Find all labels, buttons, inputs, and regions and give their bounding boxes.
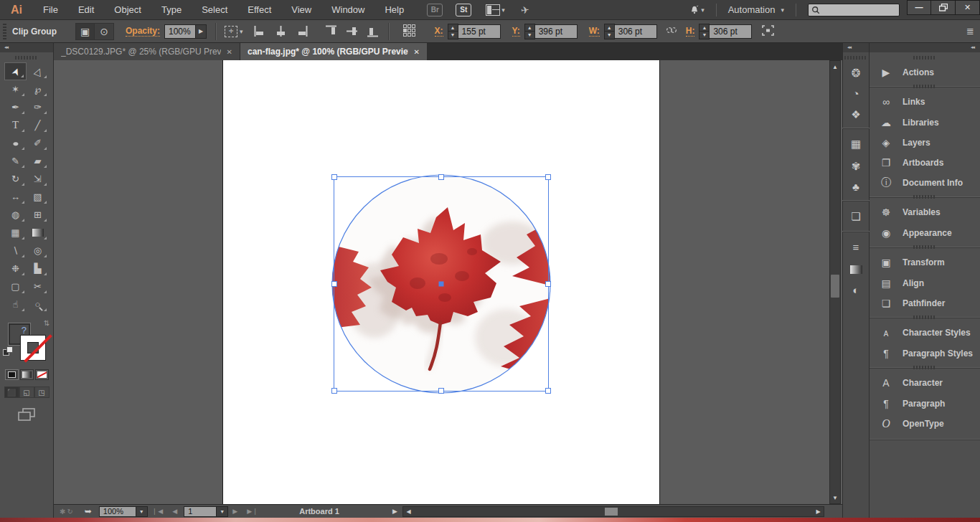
- align-bottom-button[interactable]: [366, 25, 380, 37]
- panel-links[interactable]: ∞ Links: [870, 87, 980, 113]
- search-input[interactable]: [823, 6, 895, 14]
- panel-paragraph[interactable]: ¶ Paragraph: [870, 394, 980, 414]
- color-button[interactable]: [5, 369, 19, 380]
- vertical-scrollbar[interactable]: ▲ ▼: [829, 60, 841, 504]
- selection-center-point[interactable]: [439, 282, 444, 287]
- pencil-tool[interactable]: ✎: [4, 152, 27, 170]
- free-transform-tool[interactable]: ▧: [27, 188, 49, 206]
- hand-tool[interactable]: ☝: [4, 295, 27, 313]
- slice-tool[interactable]: ✂: [27, 277, 49, 295]
- export-icon[interactable]: ➥: [85, 506, 92, 516]
- opacity-label[interactable]: Opacity:: [126, 26, 160, 37]
- edit-contents-button[interactable]: ⊙: [95, 23, 114, 40]
- stroke-swatch[interactable]: [20, 335, 46, 361]
- panel-appearance[interactable]: ◉ Appearance: [870, 223, 980, 243]
- notifications-button[interactable]: ▾: [682, 5, 712, 15]
- menu-select[interactable]: Select: [192, 0, 237, 19]
- control-panel-menu-icon[interactable]: ≣: [966, 26, 974, 37]
- height-stepper[interactable]: ▲▼: [699, 24, 710, 39]
- y-input[interactable]: 396 pt: [534, 24, 578, 39]
- pen-tool[interactable]: ✒: [4, 98, 27, 116]
- mesh-tool[interactable]: ▦: [4, 224, 27, 242]
- column-graph-tool[interactable]: ▙: [27, 260, 49, 277]
- selection-tool[interactable]: ➤: [4, 62, 27, 80]
- curvature-tool[interactable]: ✑: [27, 98, 49, 116]
- align-top-button[interactable]: [324, 25, 338, 37]
- gradient-panel-icon[interactable]: [842, 259, 870, 280]
- strip-collapse-button[interactable]: ◂◂: [843, 43, 869, 52]
- first-artboard-button[interactable]: ❘◀: [152, 508, 164, 515]
- minimize-button[interactable]: —: [907, 0, 931, 15]
- transparency-panel-icon[interactable]: ◐: [842, 280, 870, 300]
- stroke-panel-icon[interactable]: ≡: [842, 232, 870, 259]
- align-right-button[interactable]: [295, 25, 308, 37]
- swatches-panel-icon[interactable]: ▦: [842, 128, 870, 156]
- height-input[interactable]: 306 pt: [709, 24, 752, 39]
- horizontal-scrollbar[interactable]: ◀ ▶: [402, 506, 824, 517]
- y-label[interactable]: Y:: [512, 26, 520, 37]
- menu-type[interactable]: Type: [151, 0, 192, 19]
- zoom-level-field[interactable]: 100%: [99, 506, 136, 517]
- menu-file[interactable]: File: [33, 0, 68, 19]
- width-label[interactable]: W:: [589, 26, 600, 37]
- width-stepper[interactable]: ▲▼: [604, 24, 615, 39]
- panel-grip[interactable]: [844, 56, 867, 60]
- scroll-left-icon[interactable]: ◀: [404, 507, 413, 516]
- tools-collapse-button[interactable]: ◂◂: [0, 43, 53, 52]
- asset-export-panel-icon[interactable]: ❏: [842, 201, 870, 228]
- scroll-up-icon[interactable]: ▲: [830, 62, 840, 72]
- direct-selection-tool[interactable]: ▷: [27, 62, 49, 80]
- paintbrush-tool[interactable]: ✐: [27, 134, 49, 152]
- panel-character[interactable]: A Character: [870, 368, 980, 394]
- artboard-number-field[interactable]: 1: [184, 506, 217, 517]
- dock-collapse-button[interactable]: ◂◂: [870, 43, 980, 52]
- menu-object[interactable]: Object: [104, 0, 151, 19]
- magic-wand-tool[interactable]: ✶: [4, 80, 27, 98]
- gradient-tool[interactable]: [27, 224, 49, 242]
- arrange-documents-button[interactable]: ▾: [486, 4, 505, 16]
- panel-layers[interactable]: ◈ Layers: [870, 133, 980, 153]
- color-guide-panel-icon[interactable]: ◔: [842, 83, 870, 104]
- menu-view[interactable]: View: [281, 0, 321, 19]
- constrain-proportions-icon[interactable]: [666, 26, 677, 37]
- panel-document-info[interactable]: ⓘ Document Info: [870, 173, 980, 193]
- line-segment-tool[interactable]: ╱: [27, 116, 49, 134]
- none-button[interactable]: [35, 369, 49, 380]
- scroll-right-icon[interactable]: ▶: [814, 507, 823, 516]
- opacity-dropdown-button[interactable]: ▶: [196, 24, 207, 39]
- color-panel-icon[interactable]: ❂: [842, 62, 870, 83]
- lasso-tool[interactable]: ℘: [27, 80, 49, 98]
- panel-grip[interactable]: [3, 24, 6, 39]
- align-vertical-center-button[interactable]: [345, 25, 359, 37]
- height-label[interactable]: H:: [686, 26, 695, 37]
- next-artboard-button[interactable]: ▶: [232, 508, 238, 515]
- horizontal-scroll-thumb[interactable]: [605, 508, 618, 516]
- select-similar-button[interactable]: ✛ ▾: [225, 26, 243, 37]
- y-stepper[interactable]: ▲▼: [524, 24, 535, 39]
- workspace-switcher[interactable]: Automation ▾: [721, 4, 791, 15]
- panel-grip[interactable]: [15, 56, 38, 60]
- menu-edit[interactable]: Edit: [68, 0, 104, 19]
- close-tab-icon[interactable]: ✕: [413, 48, 421, 56]
- eyedropper-tool[interactable]: ∖: [4, 242, 27, 260]
- color-themes-panel-icon[interactable]: ❖: [842, 104, 870, 125]
- last-artboard-button[interactable]: ▶❘: [247, 508, 258, 515]
- menu-window[interactable]: Window: [321, 0, 374, 19]
- draw-inside-button[interactable]: ◳: [34, 386, 50, 398]
- symbols-panel-icon[interactable]: ♣: [842, 176, 870, 197]
- gpu-performance-icon[interactable]: ✈: [520, 4, 530, 16]
- brushes-panel-icon[interactable]: ✾: [842, 156, 870, 176]
- close-button[interactable]: ✕: [956, 0, 980, 15]
- swap-fill-stroke-icon[interactable]: ⇄: [42, 320, 50, 326]
- gradient-button[interactable]: [20, 369, 34, 380]
- blend-tool[interactable]: ◎: [27, 242, 49, 260]
- symbol-sprayer-tool[interactable]: ❉: [4, 260, 27, 277]
- previous-artboard-button[interactable]: ◀: [172, 508, 178, 515]
- search-box[interactable]: [808, 4, 900, 16]
- artboard-tool[interactable]: ▢: [4, 277, 27, 295]
- perspective-grid-tool[interactable]: ⊞: [27, 206, 49, 224]
- change-screen-mode-button[interactable]: [18, 408, 35, 421]
- restore-button[interactable]: [931, 0, 956, 15]
- selected-clip-group[interactable]: [331, 174, 551, 394]
- panel-variables[interactable]: ☸ Variables: [870, 197, 980, 223]
